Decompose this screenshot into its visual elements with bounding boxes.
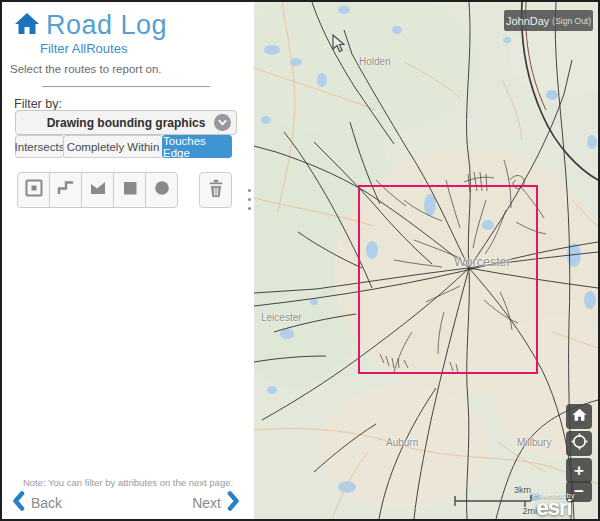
back-label: Back [31, 495, 62, 511]
tab-intersects[interactable]: Intersects [15, 135, 64, 158]
chevron-left-icon [12, 491, 25, 515]
spatial-relation-tabs: Intersects Completely Within Touches Edg… [15, 135, 231, 158]
instruction-text: Select the routes to report on. [10, 63, 162, 75]
dropdown-selected-value: Drawing bounding graphics [47, 116, 206, 130]
zoom-in-button[interactable]: + [566, 458, 592, 483]
polygon-tool-icon [88, 178, 108, 202]
footer-note: Note: You can filter by attributes on th… [2, 477, 254, 488]
draw-toolbar [17, 172, 177, 208]
next-button[interactable]: Next [192, 491, 240, 515]
trash-icon [206, 178, 226, 202]
home-extent-button[interactable] [566, 404, 592, 429]
town-label-millbury: Millbury [517, 437, 551, 448]
mouse-cursor [332, 34, 345, 57]
esri-attribution: Powered by esri [533, 492, 575, 518]
app-header: Road Log [14, 10, 167, 41]
back-button[interactable]: Back [12, 491, 62, 515]
polyline-tool-icon [56, 178, 76, 202]
draw-polyline-button[interactable] [49, 172, 82, 208]
filter-allroutes-link[interactable]: Filter AllRoutes [40, 41, 127, 56]
page-title: Road Log [46, 10, 167, 41]
tab-touches-edge[interactable]: Touches Edge [162, 135, 232, 158]
home-icon [572, 408, 587, 426]
town-label-leicester: Leicester [261, 312, 302, 323]
home-app-icon [14, 12, 40, 40]
scale-km-label: 3km [514, 485, 531, 495]
draw-rectangle-button[interactable] [113, 172, 146, 208]
user-name: JohnDay [506, 15, 549, 27]
town-label-worcester: Worcester [454, 255, 511, 269]
point-tool-icon [24, 178, 44, 202]
map-canvas[interactable]: Holden Worcester Leicester Auburn Millbu… [254, 2, 598, 519]
filter-panel: Road Log Filter AllRoutes Select the rou… [2, 2, 254, 519]
sign-out-link[interactable]: (Sign Out) [552, 16, 591, 26]
circle-tool-icon [152, 178, 172, 202]
esri-logo: esri [533, 499, 575, 518]
next-label: Next [192, 495, 221, 511]
chevron-right-icon [227, 491, 240, 515]
locate-icon [571, 433, 588, 454]
divider-line [42, 86, 210, 87]
road-log-window: Road Log Filter AllRoutes Select the rou… [0, 0, 600, 521]
locate-me-button[interactable] [566, 431, 592, 456]
draw-polygon-button[interactable] [81, 172, 114, 208]
tab-completely-within[interactable]: Completely Within [63, 135, 163, 158]
filter-by-label: Filter by: [14, 97, 62, 111]
chevron-down-icon [214, 114, 231, 131]
scale-bar-labels: 3km 2mi [450, 485, 545, 517]
town-label-holden: Holden [359, 56, 391, 67]
draw-circle-button[interactable] [145, 172, 178, 208]
town-label-auburn: Auburn [386, 437, 418, 448]
delete-graphics-button[interactable] [199, 172, 232, 208]
panel-collapse-handle[interactable] [245, 189, 253, 210]
plus-icon: + [574, 462, 584, 479]
filter-type-dropdown[interactable]: Drawing bounding graphics [15, 110, 237, 135]
signed-in-user-button[interactable]: JohnDay (Sign Out) [504, 10, 593, 31]
minus-icon: − [574, 483, 584, 500]
draw-point-button[interactable] [17, 172, 50, 208]
rectangle-tool-icon [120, 178, 140, 202]
